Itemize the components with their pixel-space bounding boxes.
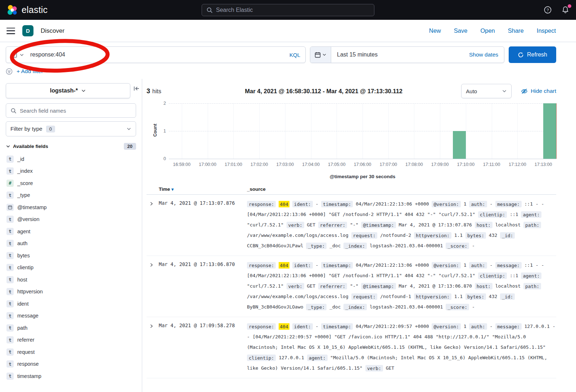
show-dates-button[interactable]: Show dates (469, 51, 504, 58)
action-inspect[interactable]: Inspect (537, 27, 556, 34)
field-item-timestamp[interactable]: ttimestamp (6, 370, 136, 382)
field-item-request[interactable]: trequest (6, 346, 136, 358)
x-tick-label: 17:01:00 (225, 162, 242, 167)
text-field-icon: t (6, 252, 14, 259)
field-item-message[interactable]: tmessage (6, 310, 136, 322)
calendar-field-icon (6, 204, 14, 211)
field-name: _index (17, 168, 33, 174)
text-field-icon: t (6, 167, 14, 175)
sort-descending-icon[interactable]: ▾ (171, 187, 174, 192)
field-name: bytes (17, 253, 30, 258)
search-icon (206, 7, 213, 13)
time-range-value[interactable]: Last 15 minutes (331, 51, 469, 58)
histogram-bar[interactable] (543, 103, 556, 159)
field-item-_index[interactable]: t_index (6, 165, 136, 177)
expand-row-icon[interactable] (147, 199, 159, 251)
available-fields-header[interactable]: Available fields 20 (6, 143, 136, 150)
histogram-chart: Count 012 16:59:0017:00:0017:01:0017:02:… (147, 103, 556, 179)
documents-table: Time ▾ _source Mar 4, 2021 @ 17:13:07.87… (147, 186, 556, 378)
expand-row-icon[interactable] (147, 260, 159, 312)
interval-select[interactable]: Auto (461, 84, 512, 98)
x-tick-label: 17:03:00 (276, 162, 294, 167)
x-axis: 16:59:0017:00:0017:01:0017:02:0017:03:00… (169, 162, 556, 168)
field-list: t_idt_index#_scoret_type@timestampt@vers… (6, 153, 136, 382)
field-item-clientip[interactable]: tclientip (6, 262, 136, 274)
time-column-header[interactable]: Time ▾ (159, 186, 247, 192)
action-new[interactable]: New (429, 27, 441, 34)
x-tick-label: 17:05:00 (328, 162, 346, 167)
action-save[interactable]: Save (454, 27, 468, 34)
chevron-down-icon (81, 88, 86, 93)
field-item-bytes[interactable]: tbytes (6, 249, 136, 262)
text-field-icon: t (6, 300, 14, 307)
hide-chart-button[interactable]: Hide chart (521, 88, 556, 95)
field-name: response (17, 361, 39, 367)
text-field-icon: t (6, 360, 14, 368)
action-open[interactable]: Open (480, 27, 495, 34)
field-name: message (17, 313, 39, 319)
field-item-referrer[interactable]: treferrer (6, 334, 136, 346)
chevron-down-icon (502, 89, 507, 94)
index-pattern-select[interactable]: logstash-* (6, 83, 130, 98)
x-tick-label: 17:11:00 (483, 162, 500, 167)
field-item-@version[interactable]: t@version (6, 213, 136, 226)
add-filter-button[interactable]: + Add filter (17, 68, 43, 75)
help-icon[interactable]: ? (544, 6, 552, 14)
field-name: httpversion (17, 289, 43, 294)
field-item-_score[interactable]: #_score (6, 177, 136, 189)
doc-source: response: 404 ident: - timestamp: 04/Mar… (247, 321, 556, 373)
document-row: Mar 4, 2021 @ 17:13:06.870response: 404 … (147, 256, 556, 317)
global-search-input[interactable] (216, 7, 370, 13)
text-field-icon: t (6, 336, 14, 343)
histogram-bar[interactable] (453, 131, 466, 159)
field-item-@timestamp[interactable]: @timestamp (6, 201, 136, 213)
x-tick-label: 17:00:00 (199, 162, 216, 167)
filter-by-type-label: Filter by type (10, 126, 42, 132)
x-tick-label: 17:12:00 (509, 162, 526, 167)
calendar-menu-button[interactable] (310, 47, 331, 63)
text-field-icon: t (6, 348, 14, 356)
document-row: Mar 4, 2021 @ 17:09:58.278response: 404 … (147, 317, 556, 378)
collapse-sidebar-icon[interactable] (133, 85, 140, 93)
field-name: ident (17, 301, 28, 307)
fields-sidebar: logstash-* Filter by type 0 Available fi… (0, 79, 142, 392)
global-search[interactable] (202, 4, 374, 16)
field-item-_type[interactable]: t_type (6, 189, 136, 202)
expand-row-icon[interactable] (147, 321, 159, 373)
interval-value: Auto (466, 88, 477, 94)
x-axis-caption: @timestamp per 30 seconds (147, 174, 556, 179)
field-item-host[interactable]: thost (6, 274, 136, 286)
hits-number: 3 (147, 87, 150, 95)
x-tick-label: 17:02:00 (251, 162, 268, 167)
action-share[interactable]: Share (508, 27, 524, 34)
field-item-auth[interactable]: tauth (6, 238, 136, 250)
field-item-response[interactable]: tresponse (6, 358, 136, 370)
x-tick-label: 17:06:00 (354, 162, 372, 167)
field-item-_id[interactable]: t_id (6, 153, 136, 165)
x-tick-label: 17:09:00 (431, 162, 449, 167)
field-name: agent (17, 229, 30, 234)
query-language-button[interactable]: KQL (284, 52, 305, 58)
field-item-agent[interactable]: tagent (6, 225, 136, 238)
filter-by-type-toggle[interactable]: Filter by type 0 (6, 121, 136, 136)
query-bar[interactable]: KQL (6, 46, 306, 63)
saved-query-menu[interactable] (6, 51, 27, 58)
available-fields-label: Available fields (13, 144, 48, 149)
notifications-icon[interactable] (561, 6, 570, 14)
field-item-ident[interactable]: tident (6, 298, 136, 310)
text-field-icon: t (6, 264, 14, 271)
refresh-button[interactable]: Refresh (509, 46, 556, 63)
field-name: clientip (17, 265, 33, 270)
field-item-path[interactable]: tpath (6, 322, 136, 334)
text-field-icon: t (6, 276, 14, 283)
field-name: @version (17, 216, 39, 222)
filter-icon[interactable] (6, 68, 13, 75)
documents-rows: Mar 4, 2021 @ 17:13:07.876response: 404 … (147, 195, 556, 378)
field-item-httpversion[interactable]: thttpversion (6, 286, 136, 298)
discover-main: 3 hits Mar 4, 2021 @ 16:58:30.112 - Mar … (142, 79, 576, 392)
gridline (169, 103, 556, 104)
field-search-input[interactable] (20, 108, 131, 114)
query-input[interactable] (27, 51, 284, 58)
menu-icon[interactable] (6, 28, 15, 34)
field-search[interactable] (6, 103, 136, 118)
